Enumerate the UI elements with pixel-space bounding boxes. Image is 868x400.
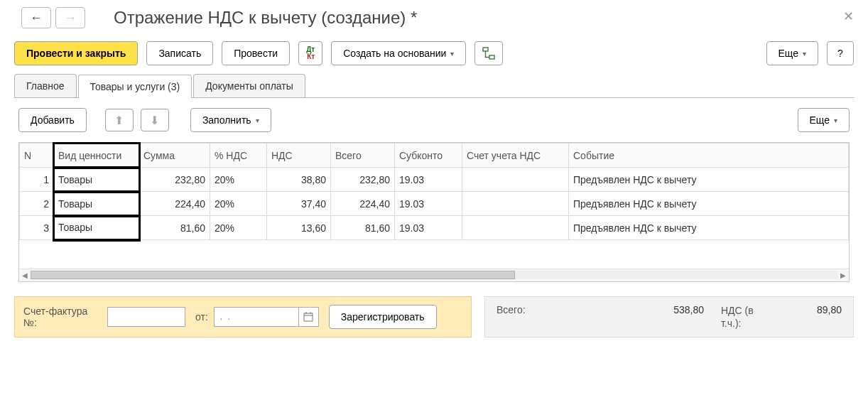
- cell-vat-pct[interactable]: 20%: [210, 168, 267, 192]
- arrow-up-icon: ⬆: [114, 114, 124, 127]
- fill-label: Заполнить: [202, 114, 251, 126]
- cell-total[interactable]: 81,60: [331, 216, 395, 240]
- col-subk[interactable]: Субконто: [395, 144, 462, 168]
- cell-vat-pct[interactable]: 20%: [210, 192, 267, 216]
- post-button[interactable]: Провести: [222, 41, 290, 65]
- horizontal-scrollbar[interactable]: ◀ ▶: [19, 269, 849, 281]
- arrow-left-icon: ←: [30, 11, 43, 26]
- add-row-button[interactable]: Добавить: [18, 108, 87, 132]
- cell-kind[interactable]: Товары: [54, 192, 139, 216]
- cell-n[interactable]: 1: [20, 168, 54, 192]
- cell-sum[interactable]: 232,80: [139, 168, 210, 192]
- col-vat-pct[interactable]: % НДС: [210, 144, 267, 168]
- col-total[interactable]: Всего: [331, 144, 395, 168]
- cell-vat-acct[interactable]: [462, 168, 569, 192]
- arrow-down-icon: ⬇: [150, 114, 159, 127]
- cell-subk[interactable]: 19.03: [395, 168, 462, 192]
- arrow-right-icon: →: [64, 11, 77, 26]
- table-row[interactable]: 1 Товары 232,80 20% 38,80 232,80 19.03 П…: [20, 168, 849, 192]
- nav-back-button[interactable]: ←: [21, 7, 51, 28]
- create-based-on-button[interactable]: Создать на основании▾: [331, 41, 466, 65]
- col-vat-acct[interactable]: Счет учета НДС: [462, 144, 569, 168]
- chevron-down-icon: ▾: [803, 50, 806, 58]
- scroll-thumb[interactable]: [31, 271, 515, 279]
- vat-incl-label: НДС (в т.ч.):: [721, 304, 756, 330]
- create-based-label: Создать на основании: [343, 48, 446, 59]
- more-label: Еще: [779, 48, 799, 59]
- cell-event[interactable]: Предъявлен НДС к вычету: [569, 192, 849, 216]
- tab-main[interactable]: Главное: [14, 74, 77, 97]
- cell-event[interactable]: Предъявлен НДС к вычету: [569, 216, 849, 240]
- cell-event[interactable]: Предъявлен НДС к вычету: [569, 168, 849, 192]
- invoice-number-input[interactable]: [107, 307, 185, 327]
- col-kind[interactable]: Вид ценности: [54, 144, 139, 168]
- scroll-track[interactable]: [31, 271, 837, 279]
- svg-rect-0: [483, 48, 488, 51]
- register-invoice-button[interactable]: Зарегистрировать: [329, 305, 437, 329]
- invoice-date-input[interactable]: [214, 307, 299, 327]
- scroll-left-icon[interactable]: ◀: [19, 271, 31, 279]
- svg-rect-2: [304, 313, 313, 321]
- cell-vat[interactable]: 13,60: [267, 216, 331, 240]
- post-and-close-button[interactable]: Провести и закрыть: [14, 41, 138, 65]
- chevron-down-icon: ▾: [834, 117, 837, 124]
- chevron-down-icon: ▾: [256, 117, 259, 124]
- vat-value: 89,80: [756, 304, 842, 315]
- structure-icon: [482, 47, 495, 60]
- cell-vat-acct[interactable]: [462, 192, 569, 216]
- fill-button[interactable]: Заполнить▾: [190, 108, 271, 132]
- debit-credit-button[interactable]: ДтКт: [298, 41, 322, 65]
- tab-payment-docs[interactable]: Документы оплаты: [193, 74, 305, 97]
- page-title: Отражение НДС к вычету (создание) *: [114, 8, 417, 28]
- move-up-button[interactable]: ⬆: [105, 109, 134, 131]
- table-row[interactable]: 2 Товары 224,40 20% 37,40 224,40 19.03 П…: [20, 192, 849, 216]
- cell-kind[interactable]: Товары: [54, 168, 139, 192]
- move-down-button[interactable]: ⬇: [141, 109, 169, 131]
- cell-kind[interactable]: Товары: [54, 216, 139, 240]
- table-header-row: N Вид ценности Сумма % НДС НДС Всего Суб…: [20, 144, 849, 168]
- nav-forward-button[interactable]: →: [55, 7, 85, 28]
- cell-sum[interactable]: 81,60: [139, 216, 210, 240]
- help-button[interactable]: ?: [827, 41, 854, 65]
- scroll-right-icon[interactable]: ▶: [837, 271, 849, 279]
- calendar-icon[interactable]: [299, 307, 319, 327]
- col-n[interactable]: N: [20, 144, 54, 168]
- cell-vat-acct[interactable]: [462, 216, 569, 240]
- cell-n[interactable]: 2: [20, 192, 54, 216]
- cell-vat-pct[interactable]: 20%: [210, 216, 267, 240]
- cell-subk[interactable]: 19.03: [395, 192, 462, 216]
- cell-total[interactable]: 232,80: [331, 168, 395, 192]
- chevron-down-icon: ▾: [450, 50, 454, 58]
- cell-n[interactable]: 3: [20, 216, 54, 240]
- table-empty-row: [20, 240, 849, 269]
- svg-rect-1: [489, 55, 494, 59]
- col-event[interactable]: Событие: [569, 144, 849, 168]
- col-vat[interactable]: НДС: [267, 144, 331, 168]
- save-button[interactable]: Записать: [146, 41, 213, 65]
- cell-subk[interactable]: 19.03: [395, 216, 462, 240]
- table-row[interactable]: 3 Товары 81,60 20% 13,60 81,60 19.03 Пре…: [20, 216, 849, 240]
- close-icon[interactable]: ✕: [843, 9, 854, 24]
- total-label: Всего:: [497, 304, 526, 315]
- totals-panel: Всего: 538,80 НДС (в т.ч.): 89,80: [484, 296, 854, 337]
- table-more-button[interactable]: Еще▾: [798, 108, 850, 132]
- invoice-number-label: Счет-фактура №:: [23, 306, 102, 328]
- cell-vat[interactable]: 37,40: [267, 192, 331, 216]
- dtkt-icon: ДтКт: [306, 46, 315, 60]
- table-more-label: Еще: [810, 114, 830, 126]
- total-value: 538,80: [633, 304, 704, 315]
- goods-table[interactable]: N Вид ценности Сумма % НДС НДС Всего Суб…: [19, 143, 849, 269]
- tab-goods-services[interactable]: Товары и услуги (3): [78, 75, 192, 98]
- invoice-from-label: от:: [195, 311, 208, 323]
- more-button[interactable]: Еще▾: [766, 41, 819, 65]
- cell-vat[interactable]: 38,80: [267, 168, 331, 192]
- cell-sum[interactable]: 224,40: [139, 192, 210, 216]
- invoice-panel: Счет-фактура №: от: Зарегистрировать: [14, 296, 472, 337]
- col-sum[interactable]: Сумма: [139, 144, 210, 168]
- structure-button[interactable]: [474, 41, 503, 65]
- cell-total[interactable]: 224,40: [331, 192, 395, 216]
